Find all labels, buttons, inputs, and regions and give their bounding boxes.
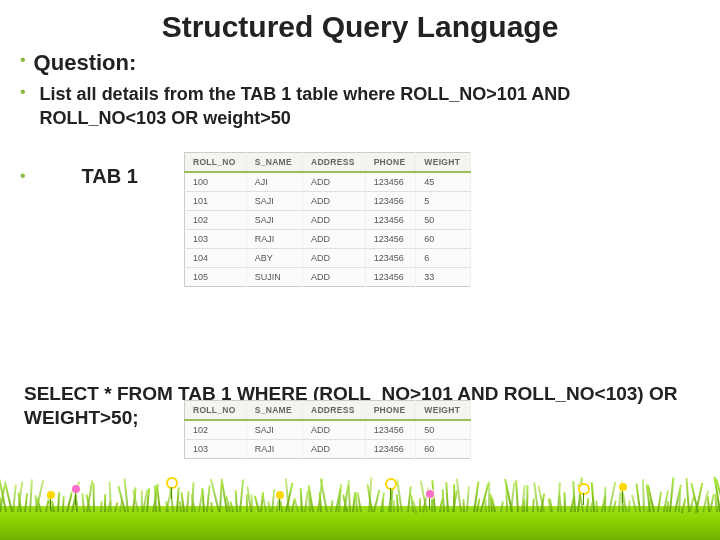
cell: SUJIN: [246, 268, 302, 287]
cell: 105: [185, 268, 247, 287]
table-row: 102SAJIADD12345650: [185, 211, 471, 230]
cell: AJI: [246, 172, 302, 192]
table-row: 101SAJIADD1234565: [185, 192, 471, 211]
bullet-icon: •: [20, 166, 26, 187]
col-header: ADDRESS: [302, 401, 365, 421]
table-row: 103RAJIADD12345660: [185, 230, 471, 249]
cell: 101: [185, 192, 247, 211]
bullet-icon: •: [20, 50, 26, 71]
result-table: ROLL_NOS_NAMEADDRESSPHONEWEIGHT102SAJIAD…: [184, 400, 471, 459]
cell: 50: [416, 211, 471, 230]
col-header: S_NAME: [246, 153, 302, 173]
cell: 123456: [365, 211, 416, 230]
table-row: 105SUJINADD12345633: [185, 268, 471, 287]
cell: 102: [185, 420, 247, 440]
cell: 60: [416, 440, 471, 459]
cell: SAJI: [246, 192, 302, 211]
question-text: List all details from the TAB 1 table wh…: [40, 82, 690, 131]
table-row: 104ABYADD1234566: [185, 249, 471, 268]
cell: 103: [185, 440, 247, 459]
cell: 103: [185, 230, 247, 249]
cell: ADD: [302, 440, 365, 459]
col-header: PHONE: [365, 401, 416, 421]
cell: ADD: [302, 268, 365, 287]
cell: 123456: [365, 268, 416, 287]
input-table: ROLL_NOS_NAMEADDRESSPHONEWEIGHT100AJIADD…: [184, 152, 471, 287]
cell: 123456: [365, 249, 416, 268]
cell: 123456: [365, 172, 416, 192]
bullet-icon: •: [20, 82, 26, 103]
cell: ADD: [302, 192, 365, 211]
cell: 123456: [365, 192, 416, 211]
tab1-label: TAB 1: [82, 165, 138, 188]
cell: 123456: [365, 230, 416, 249]
col-header: WEIGHT: [416, 153, 471, 173]
table-row: 100AJIADD12345645: [185, 172, 471, 192]
col-header: S_NAME: [246, 401, 302, 421]
cell: 60: [416, 230, 471, 249]
cell: ABY: [246, 249, 302, 268]
grass-decoration: [0, 470, 720, 540]
cell: ADD: [302, 420, 365, 440]
cell: 104: [185, 249, 247, 268]
question-label: Question:: [34, 50, 137, 76]
cell: ADD: [302, 230, 365, 249]
slide-title: Structured Query Language: [20, 10, 700, 44]
cell: SAJI: [246, 211, 302, 230]
cell: SAJI: [246, 420, 302, 440]
cell: ADD: [302, 172, 365, 192]
table-row: 103RAJIADD12345660: [185, 440, 471, 459]
cell: ADD: [302, 211, 365, 230]
cell: ADD: [302, 249, 365, 268]
cell: 33: [416, 268, 471, 287]
col-header: PHONE: [365, 153, 416, 173]
cell: 50: [416, 420, 471, 440]
cell: 6: [416, 249, 471, 268]
cell: 123456: [365, 440, 416, 459]
cell: RAJI: [246, 230, 302, 249]
cell: 100: [185, 172, 247, 192]
table-row: 102SAJIADD12345650: [185, 420, 471, 440]
cell: 5: [416, 192, 471, 211]
col-header: ROLL_NO: [185, 401, 247, 421]
cell: RAJI: [246, 440, 302, 459]
cell: 45: [416, 172, 471, 192]
cell: 123456: [365, 420, 416, 440]
cell: 102: [185, 211, 247, 230]
col-header: ADDRESS: [302, 153, 365, 173]
col-header: ROLL_NO: [185, 153, 247, 173]
col-header: WEIGHT: [416, 401, 471, 421]
